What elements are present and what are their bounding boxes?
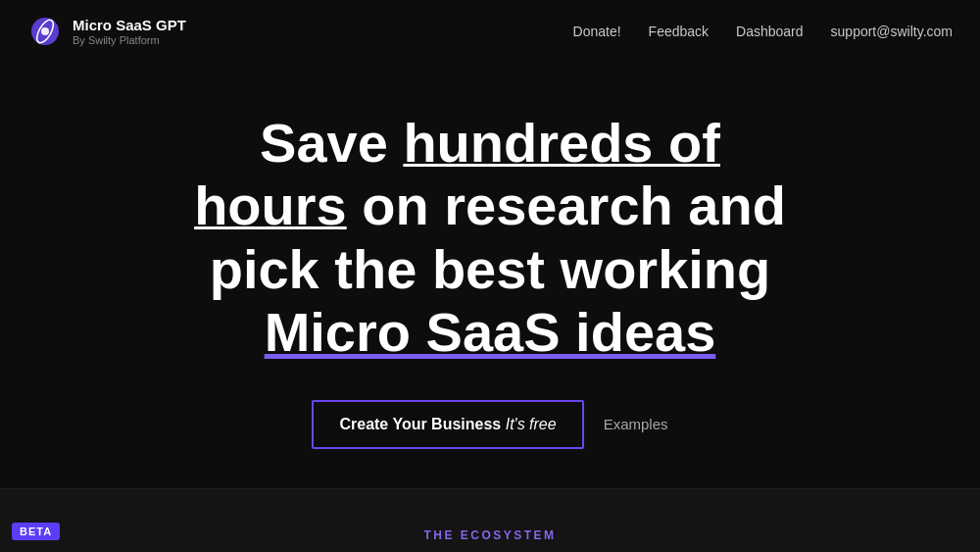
logo-icon [27, 14, 63, 49]
headline-text-1: Save [260, 112, 403, 174]
cta-button-text: Create Your Business [339, 416, 505, 432]
logo-area: Micro SaaS GPT By Swilty Platform [27, 14, 186, 49]
nav-feedback[interactable]: Feedback [649, 24, 709, 39]
cta-button-italic: It's free [506, 416, 557, 432]
site-header: Micro SaaS GPT By Swilty Platform Donate… [0, 0, 980, 63]
logo-text: Micro SaaS GPT By Swilty Platform [73, 17, 186, 46]
main-nav: Donate! Feedback Dashboard support@swilt… [573, 24, 953, 39]
examples-link[interactable]: Examples [604, 416, 668, 432]
ecosystem-section: THE ECOSYSTEM Get Everything For Free Pr… [0, 489, 980, 552]
nav-donate[interactable]: Donate! [573, 24, 621, 39]
cta-button[interactable]: Create Your Business It's free [312, 400, 583, 449]
logo-title: Micro SaaS GPT [73, 17, 186, 34]
hero-headline: Save hundreds ofhours on research andpic… [194, 112, 786, 365]
svg-point-2 [41, 27, 49, 35]
nav-support[interactable]: support@swilty.com [831, 24, 953, 39]
ecosystem-label: THE ECOSYSTEM [423, 528, 556, 542]
nav-dashboard[interactable]: Dashboard [736, 24, 804, 39]
hero-section: Save hundreds ofhours on research andpic… [0, 63, 980, 489]
headline-underline-2: Micro SaaS ideas [265, 301, 716, 363]
cta-group: Create Your Business It's free Examples [312, 400, 667, 449]
logo-subtitle: By Swilty Platform [73, 34, 186, 46]
beta-badge: BETA [12, 523, 60, 540]
